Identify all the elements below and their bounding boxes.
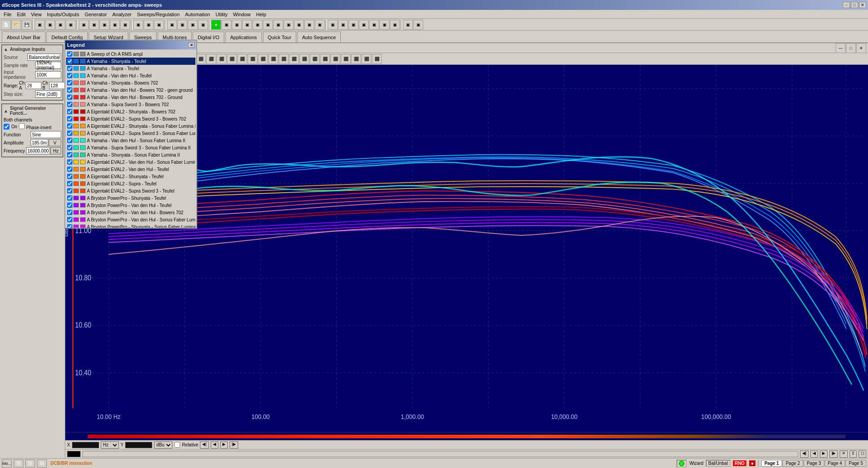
chart-tb14[interactable]: ⬛ xyxy=(206,54,216,64)
tb-btn34[interactable]: ▣ xyxy=(390,20,400,30)
maximize-button[interactable]: □ xyxy=(851,2,858,8)
chart-tb18[interactable]: ⬛ xyxy=(248,54,258,64)
tb-btn14[interactable]: ▣ xyxy=(177,20,187,30)
source-value[interactable]: Balanced/unbal xyxy=(27,54,61,61)
tb-btn17[interactable]: ● xyxy=(211,20,221,30)
y-unit-select[interactable]: dBu dBV V xyxy=(154,441,172,449)
tab-auto-sequence[interactable]: Auto Sequence xyxy=(297,32,341,42)
chart-tb19[interactable]: ⬛ xyxy=(258,54,268,64)
step-size-value[interactable]: Fine (2dB) xyxy=(35,90,61,98)
chart-tb30[interactable]: ⬛ xyxy=(372,54,382,64)
tb-btn16[interactable]: ▣ xyxy=(198,20,208,30)
tb-btn21[interactable]: ▣ xyxy=(253,20,262,30)
tb-btn9[interactable]: ▣ xyxy=(120,20,130,30)
chart-minimize-btn[interactable]: — xyxy=(836,43,845,53)
y-axis-input[interactable] xyxy=(125,442,152,448)
tb-btn23[interactable]: ▣ xyxy=(273,20,283,30)
chart-tb13[interactable]: ⬛ xyxy=(196,54,206,64)
legend-item[interactable]: A Yamaha - Van den Hul - Sonus Faber Lum… xyxy=(66,137,195,144)
legend-checkbox[interactable] xyxy=(67,80,72,86)
tb-btn32[interactable]: ▣ xyxy=(369,20,379,30)
chart-tb16[interactable]: ⬛ xyxy=(227,54,237,64)
axis-btn6[interactable]: ◀ xyxy=(810,450,818,458)
legend-item[interactable]: A Eigentakt EVAL2 - Van den Hul - Sonus … xyxy=(66,158,195,166)
legend-item[interactable]: A Yamaha - Van den Hul - Teufel xyxy=(66,72,195,79)
tb-btn3[interactable]: ▣ xyxy=(55,20,65,30)
legend-item[interactable]: A Yamaha - Van den Hul - Bowers 702 - ge… xyxy=(66,86,195,94)
tab-quick-tour[interactable]: Quick Tour xyxy=(263,32,296,42)
legend-checkbox[interactable] xyxy=(67,138,72,143)
tb-btn19[interactable]: ▣ xyxy=(232,20,242,30)
legend-checkbox[interactable] xyxy=(67,202,72,208)
tb-btn6[interactable]: ▣ xyxy=(89,20,99,30)
legend-item[interactable]: A Eigentakt EVAL2 - Supra Sword 3 - Teuf… xyxy=(66,187,195,194)
axis-btn9[interactable]: ✕ xyxy=(840,450,848,458)
legend-checkbox[interactable] xyxy=(67,195,72,201)
menu-generator[interactable]: Generator xyxy=(82,11,110,18)
chart-close-btn[interactable]: ✕ xyxy=(856,43,866,53)
tb-btn20[interactable]: ▣ xyxy=(242,20,252,30)
mo-button[interactable]: Mo... xyxy=(2,459,12,468)
legend-titlebar[interactable]: Legend ✕ xyxy=(65,40,196,50)
axis-btn3[interactable]: ▶ xyxy=(220,441,228,449)
chart-tb22[interactable]: ⬛ xyxy=(289,54,299,64)
sample-rate-value[interactable]: 192kHz (internal) xyxy=(35,62,61,69)
legend-item[interactable]: A Yamaha - Shunyata - Bowers 702 xyxy=(66,79,195,86)
legend-item[interactable]: A Eigentakt EVAL2 - Shunyata - Bowers 70… xyxy=(66,108,195,115)
x-unit-select[interactable]: Hz kHz xyxy=(101,441,119,449)
tab-digital-io[interactable]: Digital I/O xyxy=(193,32,224,42)
menu-help[interactable]: Help xyxy=(253,11,269,18)
frequency-value[interactable]: 16000.000 xyxy=(26,147,50,154)
menu-file[interactable]: File xyxy=(1,11,14,18)
legend-checkbox[interactable] xyxy=(67,224,72,228)
legend-checkbox[interactable] xyxy=(67,210,72,215)
menu-edit[interactable]: Edit xyxy=(14,11,28,18)
tb-open[interactable]: 📂 xyxy=(11,20,21,30)
chart-tb23[interactable]: ⬛ xyxy=(299,54,309,64)
legend-checkbox[interactable] xyxy=(67,166,72,172)
legend-item[interactable]: A Yamaha - Van den Hul - Bowers 702 - Gr… xyxy=(66,94,195,101)
tb-btn11[interactable]: ▣ xyxy=(144,20,154,30)
on-checkbox[interactable] xyxy=(4,124,9,130)
legend-item[interactable]: A Yamaha - Supra Sword 3 - Bowers 702 xyxy=(66,101,195,108)
tb-btn27[interactable]: ▣ xyxy=(315,20,325,30)
legend-item[interactable]: A Eigentakt EVAL2 - Shunyata - Teufel xyxy=(66,173,195,180)
tb-btn13[interactable]: ▣ xyxy=(167,20,177,30)
chart-tb21[interactable]: ⬛ xyxy=(279,54,289,64)
marker-input[interactable] xyxy=(82,451,798,457)
menu-window[interactable]: Window xyxy=(231,11,253,18)
tb-new[interactable]: 📄 xyxy=(1,20,11,30)
tb-btn24[interactable]: ▣ xyxy=(284,20,294,30)
legend-checkbox[interactable] xyxy=(67,159,72,165)
legend-checkbox[interactable] xyxy=(67,51,72,57)
axis-btn7[interactable]: ▶ xyxy=(820,450,827,458)
legend-checkbox[interactable] xyxy=(67,73,72,78)
legend-checkbox[interactable] xyxy=(67,130,72,136)
legend-item[interactable]: A Yamaha - Supra Sword 3 - Sonus Faber L… xyxy=(66,144,195,151)
amplitude-value[interactable]: 185.0m xyxy=(31,139,48,146)
legend-checkbox[interactable] xyxy=(67,174,72,179)
legend-list[interactable]: A Sweep of Ch A RMS amplA Yamaha - Shuny… xyxy=(65,50,196,228)
tb-btn5[interactable]: ▣ xyxy=(79,20,89,30)
tb-btn8[interactable]: ▣ xyxy=(110,20,120,30)
range-cha-input[interactable] xyxy=(26,82,41,89)
page-tab-4[interactable]: Page 4 xyxy=(825,460,845,467)
tb-btn1[interactable]: ▣ xyxy=(35,20,45,30)
tb-btn36[interactable]: ▣ xyxy=(413,20,423,30)
legend-checkbox[interactable] xyxy=(67,58,72,64)
legend-item[interactable]: A Eigentakt EVAL2 - Supra Sword 3 - Sonu… xyxy=(66,130,195,137)
axis-btn10[interactable]: Σ xyxy=(850,450,857,458)
chart-tb29[interactable]: ⬛ xyxy=(362,54,371,64)
tb-btn15[interactable]: ▣ xyxy=(188,20,198,30)
tb-btn10[interactable]: ▣ xyxy=(133,20,143,30)
tb-btn35[interactable]: ▣ xyxy=(403,20,413,30)
legend-checkbox[interactable] xyxy=(67,109,72,114)
legend-checkbox[interactable] xyxy=(67,145,72,150)
legend-item[interactable]: A Yamaha - Supra - Teufel xyxy=(66,65,195,72)
tb-btn7[interactable]: ▣ xyxy=(99,20,109,30)
legend-item[interactable]: A Bryston PowerPro - Van den Hul - Bower… xyxy=(66,209,195,216)
legend-checkbox[interactable] xyxy=(67,181,72,186)
tb-btn28[interactable]: ▣ xyxy=(328,20,338,30)
legend-checkbox[interactable] xyxy=(67,116,72,122)
legend-close-button[interactable]: ✕ xyxy=(188,42,194,48)
